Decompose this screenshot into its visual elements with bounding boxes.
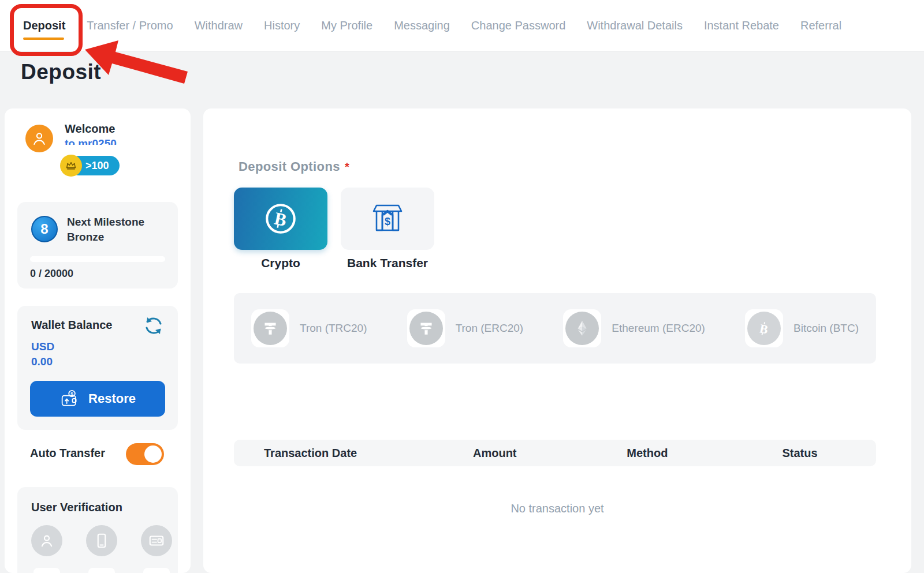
auto-transfer-row: Auto Transfer (5, 442, 191, 466)
currency-tron-erc20[interactable]: Tron (ERC20) (407, 309, 524, 347)
tab-history[interactable]: History (264, 19, 300, 32)
tab-deposit[interactable]: Deposit (23, 19, 65, 32)
account-sidebar: Welcome to mr0250 >100 8 Next Milestone … (5, 108, 191, 573)
tab-withdraw[interactable]: Withdraw (195, 19, 243, 32)
user-avatar (25, 125, 53, 152)
milestone-card: 8 Next Milestone Bronze 0 / 20000 (17, 202, 178, 289)
tab-transfer-promo[interactable]: Transfer / Promo (87, 19, 173, 32)
verify-phone-icon[interactable] (86, 525, 117, 556)
welcome-greeting: Welcome (65, 122, 115, 136)
bitcoin-icon: B (747, 312, 781, 345)
top-navigation: Deposit Transfer / Promo Withdraw Histor… (0, 0, 924, 51)
active-tab-underline (23, 38, 64, 40)
deposit-options-label: Deposit Options* (239, 159, 349, 174)
column-status: Status (724, 447, 876, 460)
wallet-currency: USD (31, 340, 54, 353)
currency-tron-trc20[interactable]: Tron (TRC20) (251, 309, 367, 347)
tab-my-profile[interactable]: My Profile (321, 19, 372, 32)
verify-identity-status (33, 568, 60, 573)
required-asterisk: * (345, 160, 349, 173)
tab-instant-rebate[interactable]: Instant Rebate (704, 19, 779, 32)
tab-deposit-label: Deposit (23, 19, 65, 32)
tab-referral[interactable]: Referral (800, 19, 841, 32)
user-verification-card: User Verification (17, 487, 178, 573)
svg-text:$: $ (385, 216, 390, 227)
verify-phone-status (88, 568, 115, 573)
currency-ethereum-erc20[interactable]: Ethereum (ERC20) (563, 309, 705, 347)
person-icon (31, 130, 48, 147)
milestone-coin-icon: 8 (31, 216, 58, 242)
option-crypto-label: Crypto (234, 256, 327, 270)
verify-id-card-status (143, 568, 170, 573)
tab-messaging[interactable]: Messaging (394, 19, 450, 32)
column-amount: Amount (419, 447, 571, 460)
deposit-panel: Deposit Options* B $ Crypto Bank Transfe… (203, 108, 911, 573)
page-title: Deposit (21, 60, 101, 84)
milestone-progress-text: 0 / 20000 (30, 268, 73, 280)
column-transaction-date: Transaction Date (234, 447, 419, 460)
toggle-knob (144, 445, 162, 463)
milestone-label: Next Milestone Bronze (67, 215, 144, 245)
restore-button-label: Restore (88, 391, 136, 406)
option-crypto[interactable]: B (234, 188, 327, 250)
welcome-username: to mr0250 (65, 137, 117, 145)
restore-button[interactable]: $ Restore (30, 381, 165, 417)
option-bank-transfer[interactable]: $ (341, 188, 434, 250)
tab-change-password[interactable]: Change Password (471, 19, 565, 32)
wallet-amount: 0.00 (31, 355, 53, 368)
user-verification-label: User Verification (31, 501, 122, 514)
wallet-balance-card: Wallet Balance USD 0.00 $ Restore (17, 306, 178, 430)
wallet-balance-label: Wallet Balance (31, 319, 112, 332)
verify-identity-icon[interactable] (31, 525, 62, 556)
auto-transfer-label: Auto Transfer (30, 447, 105, 460)
column-method: Method (571, 447, 724, 460)
transactions-table-header: Transaction Date Amount Method Status (234, 440, 876, 466)
auto-transfer-toggle[interactable] (126, 443, 164, 465)
bank-icon: $ (369, 202, 406, 235)
bitcoin-icon: B (262, 200, 300, 238)
verify-id-card-icon[interactable] (141, 525, 172, 556)
wallet-icon: $ (59, 390, 80, 408)
tether-icon (409, 312, 443, 345)
milestone-tier: Bronze (67, 230, 144, 245)
empty-transactions-message: No transaction yet (203, 502, 911, 515)
option-bank-transfer-label: Bank Transfer (341, 256, 434, 270)
ethereum-icon (565, 312, 599, 345)
crown-icon (60, 155, 82, 177)
refresh-icon[interactable] (142, 314, 165, 337)
vip-level-badge: >100 (60, 155, 129, 177)
crypto-currency-list: Tron (TRC20) Tron (ERC20) Ethereum (ERC2… (234, 293, 876, 364)
currency-bitcoin-btc[interactable]: B Bitcoin (BTC) (745, 309, 859, 347)
milestone-progress-bar (30, 256, 165, 262)
tab-withdrawal-details[interactable]: Withdrawal Details (587, 19, 683, 32)
tether-icon (254, 312, 287, 345)
